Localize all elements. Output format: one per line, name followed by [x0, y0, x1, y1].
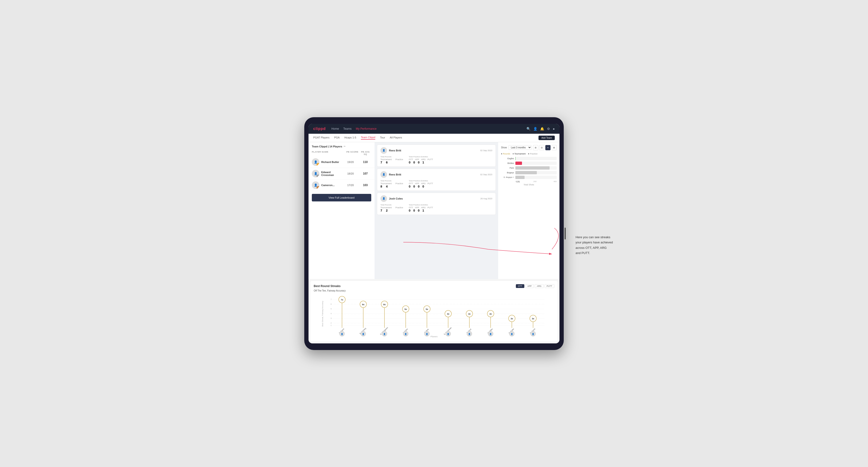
tournament-rounds: 7 — [380, 161, 382, 164]
player-name: Richard Butler — [321, 161, 342, 163]
player-avg: 107 — [360, 172, 371, 175]
rounds-label: Total Rounds — [380, 204, 403, 206]
card-avatar: 👤 — [380, 171, 387, 178]
svg-text:5: 5 — [331, 308, 332, 310]
nav-links: Home Teams My Performance — [331, 127, 521, 130]
practice-rounds: 2 — [386, 209, 388, 212]
player-name: Cameron... — [321, 184, 342, 187]
svg-text:4: 4 — [331, 312, 332, 315]
subnav-all-players[interactable]: All Players — [390, 136, 402, 139]
card-stats: Total Rounds TournamentPractice 7 6 — [380, 156, 492, 164]
svg-text:5x: 5x — [404, 308, 407, 310]
subnav: PGAT Players PGA Hcaps 1-5 Team Clippd T… — [309, 134, 559, 142]
streak-chart: Best Streak, Fairway Accuracy 7 6 5 — [314, 295, 554, 337]
filter-app[interactable]: APP — [525, 284, 534, 288]
putt-val: 0 — [423, 185, 424, 188]
player-card-3: 👤 Josh Coles 26 Aug 2023 Total Rounds To… — [377, 193, 496, 215]
player-name: Edward Crossman — [321, 171, 342, 177]
bar-fill — [516, 161, 522, 165]
subnav-team-clippd[interactable]: Team Clippd — [361, 136, 375, 139]
view-list-icon[interactable]: ≡ — [545, 145, 551, 150]
ott-val: 0 — [409, 161, 410, 164]
arg-val: 0 — [418, 185, 420, 188]
bar-track: 96 — [516, 161, 557, 165]
nav-home[interactable]: Home — [331, 127, 339, 130]
avatar-icon[interactable]: ● — [553, 127, 555, 131]
card-header: 👤 Josh Coles 26 Aug 2023 — [380, 195, 492, 202]
bar-row-double-bogeys: D. Bogeys + 131 — [501, 176, 557, 179]
svg-text:3x: 3x — [532, 317, 534, 320]
svg-text:👤: 👤 — [404, 333, 407, 335]
app-val: 0 — [413, 185, 415, 188]
player-card-2: 👤 Rees Britt 02 Sep 2023 Total Rounds To… — [377, 168, 496, 191]
stat-rounds: Total Rounds TournamentPractice 7 2 — [380, 204, 403, 212]
nav-my-performance[interactable]: My Performance — [356, 127, 376, 130]
bar-fill — [516, 171, 537, 174]
practice-label: Total Practice Activities — [409, 156, 433, 158]
navbar-icons: 🔍 👤 🔔 ⚙ ● — [526, 127, 555, 131]
card-date: 02 Sep 2023 — [480, 149, 492, 152]
practice-rounds: 6 — [386, 161, 388, 164]
right-panel: Show Last 3 months Last 6 months Last ye… — [498, 142, 559, 279]
card-player-name: Rees Britt — [389, 149, 478, 152]
practice-label: Total Practice Activities — [409, 180, 433, 182]
putt-val: 1 — [423, 161, 424, 164]
player-score: 19/20 — [343, 161, 358, 163]
practice-rounds: 4 — [386, 185, 388, 188]
col-avg-header: PB AVG SQ — [360, 151, 371, 155]
ott-val: 0 — [409, 185, 410, 188]
svg-text:6: 6 — [331, 303, 332, 305]
bar-label: Eagles — [501, 157, 514, 160]
bottom-title: Best Round Streaks — [314, 284, 516, 288]
svg-text:👤: 👤 — [468, 333, 470, 335]
card-avatar: 👤 — [380, 195, 387, 202]
view-table-icon[interactable]: ⊠ — [552, 145, 557, 150]
player-row[interactable]: 👤 1 Richard Butler 19/20 110 — [309, 156, 375, 168]
player-row[interactable]: 👤 2 Edward Crossman 18/20 107 — [309, 168, 375, 180]
svg-text:👤: 👤 — [532, 333, 534, 335]
view-grid3-icon[interactable]: ⊟ — [539, 145, 545, 150]
card-player-name: Josh Coles — [389, 197, 478, 200]
subnav-pga[interactable]: PGA — [334, 136, 340, 139]
stat-rounds: Total Rounds TournamentPractice 7 6 — [380, 156, 403, 164]
bottom-wrapper: Best Round Streaks OTT APP ARG PUTT Off … — [309, 281, 559, 342]
svg-text:7x: 7x — [341, 299, 343, 301]
bar-row-eagles: Eagles 3 — [501, 157, 557, 160]
filter-ott[interactable]: OTT — [516, 284, 524, 288]
view-grid2-icon[interactable]: ⊞ — [533, 145, 538, 150]
subnav-hcaps[interactable]: Hcaps 1-5 — [344, 136, 356, 139]
filter-arg[interactable]: ARG — [535, 284, 544, 288]
bar-label: Bogeys — [501, 172, 514, 174]
bell-icon[interactable]: 🔔 — [540, 127, 544, 131]
avatar: 👤 3 — [312, 181, 319, 189]
player-avg: 110 — [360, 160, 371, 164]
team-header: Team Clippd | 14 Players ✏ — [309, 145, 375, 150]
player-row[interactable]: 👤 3 Cameron... 17/20 103 — [309, 180, 375, 191]
card-header: 👤 Rees Britt 02 Sep 2023 — [380, 147, 492, 154]
y-axis-label: Best Streak, Fairway Accuracy — [321, 301, 323, 326]
add-team-button[interactable]: Add Team — [538, 135, 555, 140]
subnav-tour[interactable]: Tour — [380, 136, 385, 139]
view-leaderboard-button[interactable]: View Full Leaderboard — [312, 194, 371, 201]
person-icon[interactable]: 👤 — [533, 127, 537, 131]
stat-practice: Total Practice Activities OTTAPPARGPUTT … — [409, 204, 433, 212]
settings-icon[interactable]: ⚙ — [547, 127, 550, 131]
bar-fill — [516, 166, 550, 169]
show-label: Show — [501, 146, 507, 149]
player-badge-gold: 1 — [316, 163, 319, 166]
svg-text:1: 1 — [331, 324, 332, 326]
edit-icon[interactable]: ✏ — [344, 145, 346, 148]
svg-text:Players: Players — [431, 335, 438, 337]
show-filter: Show Last 3 months Last 6 months Last ye… — [501, 145, 557, 150]
rounds-label: Total Rounds — [380, 180, 403, 182]
filter-putt[interactable]: PUTT — [545, 284, 555, 288]
bar-label: D. Bogeys + — [501, 176, 514, 178]
svg-text:3: 3 — [331, 317, 332, 319]
nav-teams[interactable]: Teams — [343, 127, 351, 130]
search-icon[interactable]: 🔍 — [526, 127, 530, 131]
player-badge-silver: 2 — [316, 175, 319, 177]
show-select[interactable]: Last 3 months Last 6 months Last year — [508, 145, 532, 150]
arg-val: 0 — [418, 161, 420, 164]
subnav-pgat[interactable]: PGAT Players — [313, 136, 330, 139]
navbar: clippd Home Teams My Performance 🔍 👤 🔔 ⚙… — [309, 124, 559, 134]
